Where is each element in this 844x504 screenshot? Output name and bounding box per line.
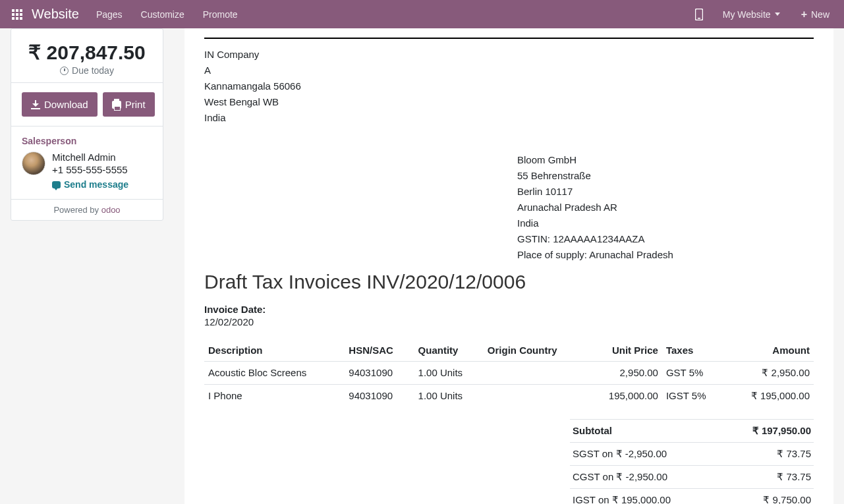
col-price: Unit Price: [586, 339, 662, 362]
salesperson-phone: +1 555-555-5555: [52, 164, 128, 175]
col-origin: Origin Country: [484, 339, 586, 362]
clock-icon: [60, 67, 69, 75]
nav-pages[interactable]: Pages: [87, 0, 132, 28]
cell-taxes: GST 5%: [662, 362, 725, 385]
print-icon: [112, 101, 121, 109]
company-name: IN Company: [204, 47, 814, 63]
company-line1: A: [204, 63, 814, 78]
nav-customize[interactable]: Customize: [132, 0, 194, 28]
col-hsn: HSN/SAC: [345, 339, 414, 362]
download-button[interactable]: Download: [22, 92, 98, 117]
powered-by: Powered by odoo: [11, 200, 163, 220]
chevron-down-icon: [775, 13, 780, 16]
col-qty: Quantity: [414, 339, 484, 362]
col-amount: Amount: [725, 339, 814, 362]
customer-gstin: GSTIN: 12AAAAA1234AAZA: [517, 231, 814, 247]
company-line3: West Bengal WB: [204, 94, 814, 110]
cell-taxes: IGST 5%: [662, 385, 725, 408]
col-taxes: Taxes: [662, 339, 725, 362]
totals-value: ₹ 73.75: [777, 471, 811, 483]
cell-amount: ₹ 2,950.00: [725, 362, 814, 385]
cell-price: 195,000.00: [586, 385, 662, 408]
invoice-document: IN Company A Kannamangala 56066 West Ben…: [184, 28, 833, 504]
odoo-logo: odoo: [101, 205, 121, 215]
company-address: IN Company A Kannamangala 56066 West Ben…: [204, 47, 814, 126]
totals-label: CGST on ₹ -2,950.00: [573, 471, 667, 483]
cell-desc: I Phone: [204, 385, 345, 408]
total-amount: ₹ 207,847.50: [22, 41, 152, 64]
send-message-link[interactable]: Send message: [52, 179, 128, 190]
totals-row: Subtotal₹ 197,950.00: [570, 419, 814, 443]
company-line2: Kannamangala 56066: [204, 78, 814, 94]
my-website-dropdown[interactable]: My Website: [714, 0, 789, 28]
totals-row: SGST on ₹ -2,950.00₹ 73.75: [570, 443, 814, 466]
top-navbar: Website Pages Customize Promote My Websi…: [0, 0, 844, 28]
download-icon: [31, 100, 40, 109]
apps-icon[interactable]: [5, 0, 29, 28]
download-label: Download: [44, 99, 88, 110]
table-row: I Phone940310901.00 Units195,000.00IGST …: [204, 385, 814, 408]
plus-icon: +: [801, 9, 807, 20]
brand-title[interactable]: Website: [29, 7, 87, 22]
cell-price: 2,950.00: [586, 362, 662, 385]
svg-rect-1: [698, 18, 700, 19]
invoice-date-label: Invoice Date:: [204, 304, 814, 315]
mobile-preview-icon[interactable]: [687, 0, 711, 28]
new-label: New: [811, 9, 830, 20]
avatar: [22, 152, 45, 175]
chat-icon: [52, 181, 61, 188]
totals-row: CGST on ₹ -2,950.00₹ 73.75: [570, 466, 814, 489]
due-text: Due today: [72, 65, 114, 76]
cell-qty: 1.00 Units: [414, 385, 484, 408]
due-indicator: Due today: [22, 65, 152, 76]
cell-origin: [484, 385, 586, 408]
salesperson-heading: Salesperson: [22, 136, 152, 146]
cell-hsn: 94031090: [345, 362, 414, 385]
totals-value: ₹ 9,750.00: [763, 494, 811, 504]
cell-amount: ₹ 195,000.00: [725, 385, 814, 408]
totals-block: Subtotal₹ 197,950.00SGST on ₹ -2,950.00₹…: [570, 419, 814, 504]
customer-address: Bloom GmbH 55 Behrenstraße Berlin 10117 …: [517, 152, 814, 263]
customer-line3: Arunachal Pradesh AR: [517, 200, 814, 215]
customer-pos: Place of supply: Arunachal Pradesh: [517, 247, 814, 263]
totals-label: Subtotal: [573, 425, 612, 437]
cell-hsn: 94031090: [345, 385, 414, 408]
cell-origin: [484, 362, 586, 385]
customer-line1: 55 Behrenstraße: [517, 168, 814, 184]
customer-line2: Berlin 10117: [517, 184, 814, 200]
table-row: Acoustic Bloc Screens940310901.00 Units2…: [204, 362, 814, 385]
print-label: Print: [125, 99, 146, 110]
nav-promote[interactable]: Promote: [194, 0, 247, 28]
salesperson-name: Mitchell Admin: [52, 152, 128, 163]
invoice-date-value: 12/02/2020: [204, 316, 814, 327]
cell-desc: Acoustic Bloc Screens: [204, 362, 345, 385]
totals-label: IGST on ₹ 195,000.00: [573, 494, 671, 504]
print-button[interactable]: Print: [103, 92, 155, 117]
totals-value: ₹ 73.75: [777, 448, 811, 460]
my-website-label: My Website: [723, 9, 771, 20]
invoice-lines-table: Description HSN/SAC Quantity Origin Coun…: [204, 339, 814, 407]
send-message-label: Send message: [64, 179, 128, 190]
col-description: Description: [204, 339, 345, 362]
summary-sidebar: ₹ 207,847.50 Due today Download Print Sa…: [11, 28, 163, 504]
totals-value: ₹ 197,950.00: [752, 425, 811, 437]
header-divider: [204, 38, 814, 39]
new-button[interactable]: + New: [792, 0, 839, 28]
document-title: Draft Tax Invoices INV/2020/12/0006: [204, 271, 814, 293]
totals-row: IGST on ₹ 195,000.00₹ 9,750.00: [570, 489, 814, 504]
company-line4: India: [204, 110, 814, 126]
customer-name: Bloom GmbH: [517, 152, 814, 168]
cell-qty: 1.00 Units: [414, 362, 484, 385]
customer-line4: India: [517, 215, 814, 231]
totals-label: SGST on ₹ -2,950.00: [573, 448, 667, 460]
